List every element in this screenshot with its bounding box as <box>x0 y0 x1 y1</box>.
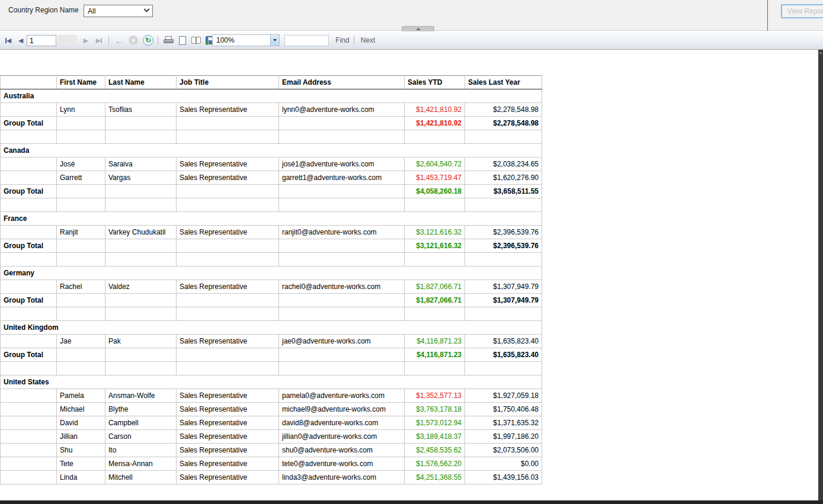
cell-job-title: Sales Representative <box>177 226 279 239</box>
spacer-row <box>1 253 542 267</box>
horizontal-scrollbar[interactable] <box>0 500 823 504</box>
cell-first-name: David <box>57 416 105 430</box>
cell-empty <box>279 130 405 144</box>
cell-empty <box>57 130 105 144</box>
group-total-row: Group Total$4,058,260.18$3,658,511.55 <box>1 185 542 198</box>
cell-email-address: lynn0@adventure-works.com <box>279 103 405 117</box>
cell-empty <box>57 362 105 375</box>
header-email-address: Email Address <box>279 76 405 89</box>
cell-empty <box>279 307 405 321</box>
cell-email-address: josé1@adventure-works.com <box>279 158 405 171</box>
cell-sales-ytd: $1,421,810.92 <box>405 103 465 117</box>
cell-empty <box>177 130 279 144</box>
refresh-button[interactable]: ↻ <box>141 31 155 49</box>
group-header-row: Germany <box>1 267 542 280</box>
detail-row: TeteMensa-AnnanSales Representativetete0… <box>1 457 542 471</box>
cell-empty <box>405 130 465 144</box>
first-page-button[interactable]: ◀ <box>2 31 14 49</box>
first-page-icon: ◀ <box>7 37 11 44</box>
cell-empty <box>1 403 57 416</box>
spacer-row <box>1 130 542 144</box>
cell-empty <box>105 239 177 253</box>
cell-sales-ytd: $1,827,066.71 <box>405 280 465 294</box>
vertical-scrollbar[interactable] <box>818 50 823 504</box>
cell-sales-last-year: $2,278,548.98 <box>465 103 542 117</box>
cell-first-name: Ranjit <box>57 226 105 239</box>
parameter-label: Country Region Name <box>8 6 79 14</box>
cell-empty <box>105 117 177 130</box>
page-number-input[interactable] <box>27 35 56 46</box>
detail-row: MichaelBlytheSales Representativemichael… <box>1 403 542 416</box>
cell-last-name: Ansman-Wolfe <box>105 389 177 403</box>
last-page-icon: ▶ <box>96 37 101 44</box>
group-total-row: Group Total$1,421,810.92$2,278,548.98 <box>1 117 542 130</box>
cell-empty <box>105 362 177 375</box>
detail-row: LynnTsofliasSales Representativelynn0@ad… <box>1 103 542 117</box>
cell-last-name: Pak <box>105 335 177 348</box>
detail-row: DavidCampbellSales Representativedavid8@… <box>1 416 542 430</box>
cell-empty <box>57 117 105 130</box>
cell-first-name: Rachel <box>57 280 105 294</box>
cell-first-name: José <box>57 158 105 171</box>
report-toolbar: ◀ ◀ ▶ ▶ ← × ↻ <box>0 31 823 50</box>
next-link[interactable]: Next <box>357 31 379 49</box>
back-button[interactable]: ← <box>113 31 126 49</box>
cell-sales-last-year: $0.00 <box>465 457 542 471</box>
cell-last-name: Carson <box>105 430 177 444</box>
country-region-dropdown[interactable]: All <box>84 5 153 17</box>
group-header-row: France <box>1 212 542 226</box>
cell-empty <box>1 226 57 239</box>
group-header-row: United States <box>1 375 542 389</box>
zoom-dropdown[interactable]: 100% <box>212 34 280 46</box>
group-total-label: Group Total <box>1 348 57 362</box>
cell-empty <box>405 362 465 375</box>
cancel-button[interactable]: × <box>127 31 140 49</box>
parameters-collapse-handle[interactable] <box>402 26 434 31</box>
cell-email-address: jillian0@adventure-works.com <box>279 430 405 444</box>
cell-sales-ytd: $1,576,562.20 <box>405 457 465 471</box>
previous-page-button[interactable]: ◀ <box>16 31 25 49</box>
zoom-value: 100% <box>216 36 235 44</box>
next-page-button[interactable]: ▶ <box>81 31 91 49</box>
cell-email-address: rachel0@adventure-works.com <box>279 280 405 294</box>
cell-sales-last-year: $2,073,506.00 <box>465 444 542 457</box>
cell-email-address: ranjit0@adventure-works.com <box>279 226 405 239</box>
cell-empty <box>105 307 177 321</box>
cell-empty <box>105 185 177 198</box>
cell-job-title: Sales Representative <box>177 171 279 185</box>
cell-job-title: Sales Representative <box>177 430 279 444</box>
toolbar-separator <box>208 36 209 45</box>
find-next-separator <box>354 36 354 44</box>
cell-empty <box>57 307 105 321</box>
cell-empty <box>177 117 279 130</box>
cell-job-title: Sales Representative <box>177 457 279 471</box>
cell-first-name: Tete <box>57 457 105 471</box>
cell-empty <box>1 158 57 171</box>
previous-page-icon: ◀ <box>18 37 23 44</box>
view-report-button[interactable]: View Report <box>781 4 823 18</box>
caret-down-icon <box>273 39 277 41</box>
detail-row: RachelValdezSales Representativerachel0@… <box>1 280 542 294</box>
cell-empty <box>279 239 405 253</box>
cell-email-address: jae0@adventure-works.com <box>279 335 405 348</box>
group-name: Australia <box>1 89 542 103</box>
cell-sales-ytd: $1,352,577.13 <box>405 389 465 403</box>
find-label: Find <box>335 36 349 44</box>
cell-last-name: Tsoflias <box>105 103 177 117</box>
print-button[interactable] <box>161 31 175 49</box>
cell-last-name: Saraiva <box>105 158 177 171</box>
cell-job-title: Sales Representative <box>177 403 279 416</box>
total-sales-last-year: $1,307,949.79 <box>465 294 542 307</box>
cell-empty <box>279 198 405 212</box>
last-page-button[interactable]: ▶ <box>93 31 105 49</box>
cell-empty <box>105 130 177 144</box>
find-link[interactable]: Find <box>333 31 352 49</box>
cell-job-title: Sales Representative <box>177 471 279 484</box>
chevron-down-icon <box>144 7 150 12</box>
back-arrow-icon: ← <box>115 36 124 46</box>
search-input[interactable] <box>284 35 329 46</box>
cell-sales-last-year: $1,371,635.32 <box>465 416 542 430</box>
print-layout-button[interactable] <box>176 31 189 49</box>
cell-empty <box>177 239 279 253</box>
zoom-dropdown-button[interactable] <box>270 35 279 46</box>
